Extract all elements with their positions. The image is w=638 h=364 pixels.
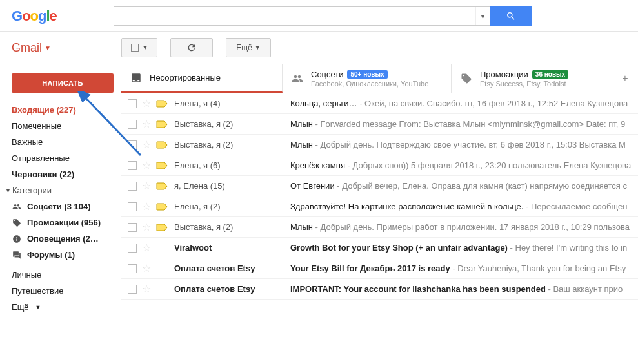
- importance-marker[interactable]: [156, 141, 168, 149]
- checkbox-icon: [131, 44, 139, 52]
- google-logo[interactable]: Google: [12, 8, 57, 24]
- message-row[interactable]: ☆ViralwootGrowth Bot for your Etsy Shop …: [121, 238, 638, 258]
- compose-button[interactable]: НАПИСАТЬ: [12, 73, 114, 93]
- nav-forums[interactable]: Форумы (1): [0, 247, 121, 263]
- nav-promo[interactable]: Промоакции (956): [0, 215, 121, 231]
- nav-sent[interactable]: Отправленные: [0, 150, 121, 166]
- row-sender: Елена, я (6): [174, 160, 290, 170]
- forum-icon: [12, 251, 22, 260]
- tab-promo-badge: 36 новых: [532, 70, 568, 79]
- nav-important[interactable]: Важные: [0, 134, 121, 150]
- inbox-icon: [130, 72, 142, 84]
- nav-starred[interactable]: Помеченные: [0, 118, 121, 134]
- importance-marker[interactable]: [156, 203, 168, 211]
- row-sender: Оплата счетов Etsy: [174, 284, 290, 294]
- star-icon[interactable]: ☆: [142, 200, 151, 213]
- caret-down-icon: ▼: [35, 304, 41, 311]
- message-row[interactable]: ☆я, Елена (15)От Евгении - Добрый вечер,…: [121, 176, 638, 196]
- importance-marker[interactable]: [156, 182, 168, 190]
- row-snippet: - Добрый день. Примеры работ в приложени…: [313, 222, 630, 232]
- row-checkbox[interactable]: [128, 99, 137, 108]
- nav-travel[interactable]: Путешествие: [0, 283, 121, 299]
- search-options-dropdown[interactable]: ▼: [475, 7, 490, 25]
- row-content: Кольца, серьги… - Окей, на связи. Спасиб…: [290, 99, 628, 108]
- tab-add[interactable]: +: [612, 64, 638, 93]
- row-snippet: - Dear Yauheniya, Thank you for being an…: [450, 263, 626, 273]
- row-checkbox[interactable]: [128, 120, 137, 129]
- more-label: Ещё: [236, 43, 252, 52]
- message-row[interactable]: ☆Елена, я (2)Здравствуйте! На картинке р…: [121, 196, 638, 217]
- nav-updates[interactable]: Оповещения (2…: [0, 231, 121, 247]
- star-icon[interactable]: ☆: [142, 159, 151, 171]
- nav-social[interactable]: Соцсети (3 104): [0, 198, 121, 215]
- row-content: Млын - Forwarded message From: Выставка …: [290, 119, 625, 129]
- star-icon[interactable]: ☆: [142, 221, 151, 233]
- row-checkbox[interactable]: [128, 264, 137, 273]
- row-snippet: - Окей, на связи. Спасибо. пт, 16 фев 20…: [357, 99, 628, 108]
- search-button[interactable]: [490, 6, 532, 26]
- nav-personal[interactable]: Личные: [0, 267, 121, 283]
- gmail-label-text: Gmail: [12, 41, 42, 55]
- nav-inbox[interactable]: Входящие (227): [0, 102, 121, 118]
- star-icon[interactable]: ☆: [142, 97, 151, 110]
- row-content: IMPORTANT: Your account for liashchanka …: [290, 284, 623, 294]
- message-row[interactable]: ☆Елена, я (6)Крепёж камня - Добрых снов)…: [121, 155, 638, 176]
- message-row[interactable]: ☆Выставка, я (2)Млын - Forwarded message…: [121, 114, 638, 135]
- star-icon[interactable]: ☆: [142, 139, 151, 151]
- refresh-icon: [186, 43, 197, 53]
- info-icon: [12, 235, 22, 244]
- search-input[interactable]: [114, 7, 475, 25]
- star-icon[interactable]: ☆: [142, 118, 151, 130]
- row-sender: Оплата счетов Etsy: [174, 263, 290, 273]
- importance-marker[interactable]: [156, 100, 168, 108]
- importance-marker[interactable]: [156, 120, 168, 128]
- row-sender: Елена, я (4): [174, 99, 290, 108]
- row-checkbox[interactable]: [128, 140, 137, 149]
- tag-icon: [12, 218, 22, 227]
- nav-categories-toggle[interactable]: ▼Категории: [0, 182, 121, 198]
- tab-promo[interactable]: Промоакции36 новых Etsy Success, Etsy, T…: [452, 64, 612, 93]
- message-row[interactable]: ☆Выставка, я (2)Млын - Добрый день. Подт…: [121, 135, 638, 155]
- row-sender: Viralwoot: [174, 243, 290, 253]
- people-icon: [292, 73, 303, 84]
- row-subject: Крепёж камня: [290, 160, 345, 170]
- gmail-menu[interactable]: Gmail ▼: [12, 41, 121, 55]
- star-icon[interactable]: ☆: [142, 283, 151, 295]
- nav-drafts[interactable]: Черновики (22): [0, 166, 121, 182]
- row-subject: Млын: [290, 140, 313, 149]
- refresh-button[interactable]: [170, 38, 213, 57]
- message-row[interactable]: ☆Оплата счетов EtsyYour Etsy Bill for Де…: [121, 258, 638, 279]
- row-subject: IMPORTANT: Your account for liashchanka …: [290, 284, 546, 294]
- tab-social[interactable]: Соцсети50+ новых Facebook, Одноклассники…: [283, 64, 452, 93]
- row-snippet: - Forwarded message From: Выставка Млын …: [313, 119, 625, 129]
- more-button[interactable]: Ещё ▼: [226, 38, 271, 57]
- tab-social-sub: Facebook, Одноклассники, YouTube: [311, 80, 428, 88]
- message-row[interactable]: ☆Елена, я (4)Кольца, серьги… - Окей, на …: [121, 93, 638, 114]
- row-subject: Growth Bot for your Etsy Shop (+ an unfa…: [290, 243, 508, 253]
- select-button[interactable]: ▼: [121, 38, 157, 57]
- tab-promo-sub: Etsy Success, Etsy, Todoist: [480, 80, 568, 88]
- message-row[interactable]: ☆Оплата счетов EtsyIMPORTANT: Your accou…: [121, 279, 638, 300]
- main: Несортированные Соцсети50+ новых Faceboo…: [121, 64, 638, 315]
- row-checkbox[interactable]: [128, 202, 137, 211]
- star-icon[interactable]: ☆: [142, 262, 151, 274]
- row-checkbox[interactable]: [128, 244, 137, 253]
- row-content: Growth Bot for your Etsy Shop (+ an unfa…: [290, 243, 627, 253]
- message-row[interactable]: ☆Выставка, я (2)Млын - Добрый день. Прим…: [121, 217, 638, 238]
- row-checkbox[interactable]: [128, 285, 137, 294]
- row-content: От Евгении - Добрый вечер, Елена. Оправа…: [290, 181, 627, 191]
- star-icon[interactable]: ☆: [142, 242, 151, 254]
- importance-marker[interactable]: [156, 224, 168, 231]
- tab-primary[interactable]: Несортированные: [121, 64, 283, 93]
- importance-marker[interactable]: [156, 162, 168, 169]
- toolbar: ▼ Ещё ▼: [121, 38, 271, 57]
- people-icon: [12, 202, 22, 211]
- row-checkbox[interactable]: [128, 182, 137, 191]
- plus-icon: +: [622, 73, 628, 84]
- nav-more[interactable]: Ещё▼: [0, 299, 121, 315]
- star-icon[interactable]: ☆: [142, 180, 151, 192]
- row-content: Your Etsy Bill for Декабрь 2017 is ready…: [290, 263, 626, 273]
- row-checkbox[interactable]: [128, 161, 137, 170]
- tab-promo-title: Промоакции: [480, 70, 528, 79]
- row-checkbox[interactable]: [128, 223, 137, 232]
